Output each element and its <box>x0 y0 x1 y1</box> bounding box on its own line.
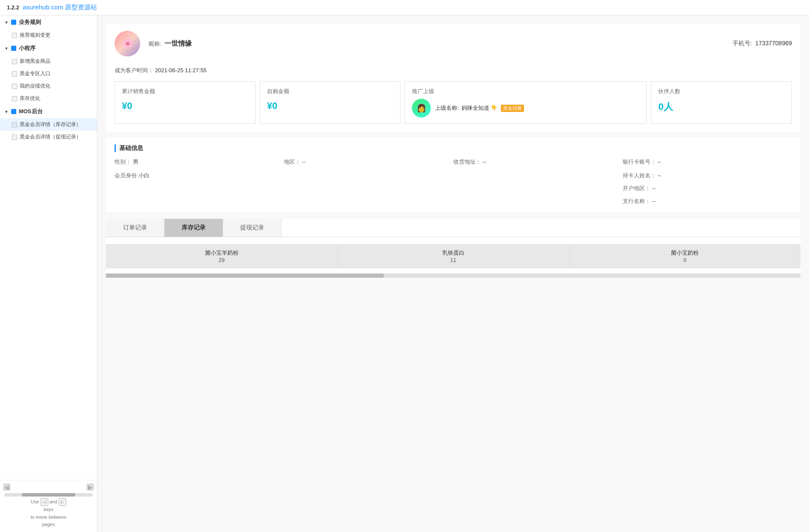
sidebar-scrollbar-track <box>4 493 93 497</box>
sidebar-item-inventory-optimize[interactable]: □ 库存优化 <box>0 92 97 105</box>
bank-value: -- <box>657 159 661 165</box>
cumulative-sales-value: ¥0 <box>122 100 248 112</box>
sidebar-item-recommend-rules[interactable]: □ 推荐规则变更 <box>0 29 97 41</box>
inv-col-name-1: 乳铁蛋白 <box>344 249 562 257</box>
empty-col3 <box>453 172 623 205</box>
superior-label: 上级名称: <box>435 105 459 111</box>
inv-col-2: 菌小宝奶粉 0 <box>569 244 800 268</box>
card-holder-label: 持卡人姓名： <box>623 172 656 179</box>
sidebar-section-mini-program: ▼ 小程序 □ 新增黑金商品 □ 黑金专区入口 □ 我的业绩优化 □ 库存优化 <box>0 41 97 105</box>
nickname-label: 昵称: <box>149 41 162 47</box>
item-icon-gold-wdraw: □ <box>12 135 17 140</box>
hint-keys: keys <box>44 507 53 512</box>
sidebar-item-gold-member-withdraw[interactable]: □ 黑金会员详情（提现记录） <box>0 131 97 143</box>
card-holder-value: -- <box>657 172 661 179</box>
content-scrollbar-thumb <box>106 273 384 278</box>
sidebar-scrollbar-thumb <box>22 493 75 497</box>
sidebar-item-gold-member-inventory[interactable]: □ 黑金会员详情（库存记录） <box>0 118 97 131</box>
sidebar: ▼ 业务规则 □ 推荐规则变更 ▼ 小程序 □ 新增黑金商品 □ 黑金专区入 <box>0 15 97 532</box>
card-holder-field: 持卡人姓名： -- <box>623 172 792 179</box>
inv-col-count-2: 0 <box>576 257 794 263</box>
branch-value: -- <box>652 198 656 204</box>
phone-label: 手机号: <box>733 40 752 47</box>
profile-phone-block: 手机号: 17337708969 <box>733 40 792 47</box>
hint-text: to move between <box>31 514 67 520</box>
scroll-left-arrow[interactable]: ◁ <box>3 484 10 491</box>
sidebar-group-business-rules[interactable]: ▼ 业务规则 <box>0 15 97 29</box>
gender-label: 性别： <box>115 159 131 165</box>
sidebar-item-my-performance[interactable]: □ 我的业绩优化 <box>0 80 97 92</box>
item-icon-gold-inv: □ <box>12 122 17 127</box>
stats-row: 累计销售金额 ¥0 自购金额 ¥0 推广上级 👩 上级名称: 妈咪全知道 👇 黑… <box>106 81 800 132</box>
main-layout: ▼ 业务规则 □ 推荐规则变更 ▼ 小程序 □ 新增黑金商品 □ 黑金专区入 <box>0 15 809 532</box>
sidebar-item-label-performance: 我的业绩优化 <box>20 82 50 90</box>
since-label: 成为客户时间： <box>115 67 153 73</box>
top-bar: 1.2.2 axurehub.com 原型资源站 <box>0 0 809 15</box>
sidebar-group-mini-program[interactable]: ▼ 小程序 <box>0 41 97 55</box>
region-field: 地区： -- <box>284 158 453 166</box>
branch-label: 支行名称： <box>623 198 650 204</box>
content-area: 🌸 昵称: 一世情缘 手机号: 17337708969 成为客户时间： 2021… <box>97 15 809 532</box>
nickname-value: 一世情缘 <box>165 40 192 47</box>
promo-text-block: 上级名称: 妈咪全知道 👇 黑金招募 <box>435 104 524 112</box>
sidebar-item-label-gold-inv: 黑金会员详情（库存记录） <box>20 121 81 128</box>
content-scrollbar[interactable] <box>106 273 800 278</box>
member-rank-field: 会员身份 小白 <box>115 172 284 205</box>
tab-withdraw[interactable]: 提现记录 <box>223 219 282 237</box>
delivery-field: 收货地址： -- <box>453 158 623 166</box>
promotion-emoji: 👇 <box>491 105 497 111</box>
sidebar-item-gold-zone[interactable]: □ 黑金专区入口 <box>0 68 97 80</box>
tab-orders[interactable]: 订单记录 <box>106 219 165 237</box>
scroll-right-arrow[interactable]: ▷ <box>87 484 94 491</box>
section-label-mos: MOS后台 <box>19 108 43 115</box>
sidebar-section-mos: ▼ MOS后台 □ 黑金会员详情（库存记录） □ 黑金会员详情（提现记录） <box>0 105 97 143</box>
item-icon-recommend: □ <box>12 33 17 38</box>
hint-and: and <box>50 499 59 504</box>
stat-card-cumulative-sales: 累计销售金额 ¥0 <box>115 81 256 124</box>
scroll-arrows: ◁ ▷ <box>3 484 94 491</box>
section-label-business: 业务规则 <box>19 18 41 26</box>
open-region-label: 开户地区： <box>623 185 650 191</box>
expand-arrow-mini: ▼ <box>4 46 9 51</box>
promo-content: 👩 上级名称: 妈咪全知道 👇 黑金招募 <box>412 99 639 118</box>
stat-card-promotion: 推广上级 👩 上级名称: 妈咪全知道 👇 黑金招募 <box>405 81 647 124</box>
delivery-value: -- <box>482 159 486 165</box>
promo-avatar: 👩 <box>412 99 431 118</box>
inventory-header: 菌小宝羊奶粉 29 乳铁蛋白 11 菌小宝奶粉 0 <box>106 244 800 268</box>
tab-inventory[interactable]: 库存记录 <box>165 219 223 237</box>
inv-col-name-0: 菌小宝羊奶粉 <box>113 249 330 257</box>
delivery-label: 收货地址： <box>453 159 481 165</box>
hint-use: Use <box>31 499 41 504</box>
self-purchase-label: 自购金额 <box>267 88 394 95</box>
profile-since: 成为客户时间： 2021-06-25 11:27:55 <box>106 63 800 81</box>
inv-col-0: 菌小宝羊奶粉 29 <box>106 244 338 268</box>
sidebar-item-add-gold-product[interactable]: □ 新增黑金商品 <box>0 55 97 68</box>
basic-info-grid: 性别： 男 地区： -- 收货地址： -- 银行卡账号： -- 会员身份 <box>115 158 792 205</box>
sidebar-item-label-gold-wdraw: 黑金会员详情（提现记录） <box>20 133 81 141</box>
open-region-field: 开户地区： -- <box>623 185 792 192</box>
sidebar-item-label-inv-opt: 库存优化 <box>20 95 40 102</box>
stat-card-partners: 伙伴人数 0人 <box>651 81 792 124</box>
item-icon-inv-opt: □ <box>12 96 17 101</box>
open-region-value: -- <box>652 185 656 191</box>
empty-col2 <box>284 172 453 205</box>
site-link[interactable]: axurehub.com 原型资源站 <box>23 3 97 12</box>
sidebar-footer: ◁ ▷ Use ◁ and ▷ keys to move between pag… <box>0 480 97 532</box>
item-icon-gold-zone: □ <box>12 71 17 76</box>
member-rank-label: 会员身份 <box>115 172 137 179</box>
partners-value: 0人 <box>658 100 785 113</box>
bank-field: 银行卡账号： -- <box>623 158 792 166</box>
expand-arrow-mos: ▼ <box>4 109 9 114</box>
inventory-tab-content: 菌小宝羊奶粉 29 乳铁蛋白 11 菌小宝奶粉 0 <box>106 237 800 268</box>
hint-pages: pages <box>42 522 55 527</box>
sidebar-section-business-rules: ▼ 业务规则 □ 推荐规则变更 <box>0 15 97 41</box>
gender-value: 男 <box>133 159 138 165</box>
hint-key-right: ▷ <box>59 498 66 506</box>
expand-arrow-business: ▼ <box>4 20 9 25</box>
promotion-label: 推广上级 <box>412 88 639 95</box>
sidebar-group-mos[interactable]: ▼ MOS后台 <box>0 105 97 118</box>
inv-col-1: 乳铁蛋白 11 <box>338 244 569 268</box>
item-icon-performance: □ <box>12 84 17 89</box>
bank-right-col: 持卡人姓名： -- 开户地区： -- 支行名称： -- <box>623 172 792 205</box>
hint-key-left: ◁ <box>41 498 48 506</box>
